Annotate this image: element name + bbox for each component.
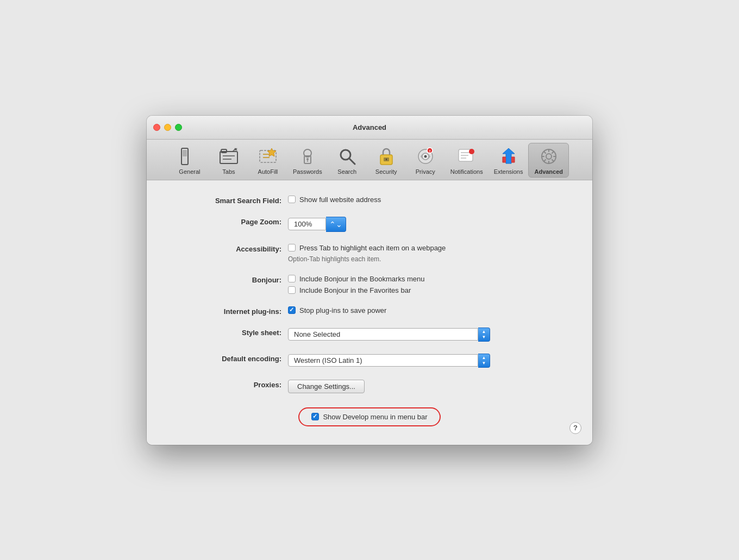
smart-search-row: Smart Search Field: Show full website ad… (179, 196, 560, 205)
internet-plugins-checkbox-row: Stop plug-ins to save power (288, 306, 386, 314)
svg-point-32 (546, 154, 552, 159)
smart-search-checkbox-label: Show full website address (299, 196, 381, 204)
extensions-icon (498, 146, 519, 167)
style-sheet-stepper[interactable]: ▲ ▼ (478, 328, 490, 342)
tab-autofill[interactable]: AutoFill (248, 143, 287, 177)
default-encoding-stepper[interactable]: ▲ ▼ (478, 354, 490, 368)
tab-security-label: Security (375, 168, 397, 175)
accessibility-control: Press Tab to highlight each item on a we… (288, 244, 446, 263)
svg-point-30 (469, 149, 474, 154)
accessibility-checkbox[interactable] (288, 244, 296, 251)
help-button[interactable]: ? (569, 422, 581, 434)
style-sheet-select[interactable]: None Selected (288, 328, 478, 341)
svg-line-39 (552, 152, 554, 153)
svg-text:!: ! (429, 149, 430, 154)
tabs-icon (218, 146, 240, 167)
security-icon (375, 146, 397, 167)
general-icon (179, 146, 201, 167)
tab-notifications[interactable]: Notifications (445, 143, 489, 177)
internet-plugins-checkbox-label: Stop plug-ins to save power (299, 306, 386, 314)
tab-general-label: General (179, 168, 200, 175)
settings-content: Smart Search Field: Show full website ad… (147, 180, 592, 445)
develop-menu-label: Show Develop menu in menu bar (323, 413, 427, 421)
tab-advanced-label: Advanced (534, 168, 563, 175)
default-encoding-row: Default encoding: Western (ISO Latin 1) … (179, 354, 560, 368)
accessibility-sub-text: Option-Tab highlights each item. (288, 255, 446, 263)
passwords-icon (297, 146, 318, 167)
smart-search-control: Show full website address (288, 196, 381, 204)
tab-extensions-label: Extensions (494, 168, 523, 175)
smart-search-checkbox[interactable] (288, 196, 296, 203)
tab-notifications-label: Notifications (450, 168, 483, 175)
content-area: Smart Search Field: Show full website ad… (147, 180, 592, 445)
traffic-lights (153, 124, 182, 131)
accessibility-checkbox-label: Press Tab to highlight each item on a we… (299, 244, 446, 252)
page-zoom-label: Page Zoom: (179, 217, 288, 226)
bonjour-checkbox-row-2: Include Bonjour in the Favorites bar (288, 286, 425, 294)
page-zoom-stepper[interactable]: ⌃⌄ (326, 217, 346, 232)
autofill-icon (257, 146, 279, 167)
tab-extensions[interactable]: Extensions (489, 143, 529, 177)
page-zoom-select[interactable]: 50% 75% 100% 125% 150% (288, 218, 326, 230)
tab-tabs-label: Tabs (222, 168, 235, 175)
close-button[interactable] (153, 124, 160, 131)
style-sheet-select-wrapper: None Selected ▲ ▼ (288, 328, 490, 342)
tab-passwords-label: Passwords (293, 168, 322, 175)
svg-rect-2 (220, 152, 237, 163)
tab-search[interactable]: Search (328, 143, 367, 177)
accessibility-row: Accessibility: Press Tab to highlight ea… (179, 244, 560, 263)
style-sheet-control: None Selected ▲ ▼ (288, 328, 490, 342)
notifications-icon (456, 146, 478, 167)
preferences-window: Advanced General (147, 116, 592, 445)
svg-line-37 (544, 152, 546, 153)
bonjour-row: Bonjour: Include Bonjour in the Bookmark… (179, 275, 560, 294)
toolbar: General Tabs (147, 140, 592, 180)
default-encoding-label: Default encoding: (179, 354, 288, 363)
bonjour-bookmarks-checkbox[interactable] (288, 275, 296, 282)
bonjour-favorites-label: Include Bonjour in the Favorites bar (299, 286, 411, 294)
tab-privacy-label: Privacy (416, 168, 435, 175)
window-title: Advanced (353, 123, 386, 131)
default-encoding-control: Western (ISO Latin 1) ▲ ▼ (288, 354, 490, 368)
advanced-icon (538, 146, 560, 167)
tab-search-label: Search (337, 168, 356, 175)
proxies-row: Proxies: Change Settings... (179, 380, 560, 393)
page-zoom-control: 50% 75% 100% 125% 150% ⌃⌄ (288, 217, 346, 232)
develop-menu-checkbox[interactable] (311, 413, 319, 420)
search-icon (336, 146, 358, 167)
maximize-button[interactable] (175, 124, 182, 131)
page-zoom-select-wrapper: 50% 75% 100% 125% 150% ⌃⌄ (288, 217, 346, 232)
minimize-button[interactable] (164, 124, 171, 131)
svg-point-23 (424, 155, 427, 158)
tab-privacy[interactable]: ! Privacy (406, 143, 445, 177)
svg-rect-1 (183, 150, 187, 156)
change-settings-button[interactable]: Change Settings... (288, 380, 365, 393)
svg-line-38 (552, 160, 554, 161)
tab-security[interactable]: Security (367, 143, 406, 177)
internet-plugins-row: Internet plug-ins: Stop plug-ins to save… (179, 306, 560, 316)
tab-general[interactable]: General (170, 143, 209, 177)
bonjour-favorites-checkbox[interactable] (288, 286, 296, 294)
page-zoom-row: Page Zoom: 50% 75% 100% 125% 150% ⌃⌄ (179, 217, 560, 232)
accessibility-checkbox-row: Press Tab to highlight each item on a we… (288, 244, 446, 252)
bonjour-label: Bonjour: (179, 275, 288, 284)
svg-line-40 (544, 160, 546, 161)
tab-tabs[interactable]: Tabs (209, 143, 248, 177)
internet-plugins-control: Stop plug-ins to save power (288, 306, 386, 314)
tab-advanced[interactable]: Advanced (528, 143, 569, 178)
smart-search-checkbox-row: Show full website address (288, 196, 381, 204)
develop-menu-row: Show Develop menu in menu bar (179, 405, 560, 426)
style-sheet-row: Style sheet: None Selected ▲ ▼ (179, 328, 560, 342)
default-encoding-select[interactable]: Western (ISO Latin 1) (288, 354, 478, 367)
bonjour-checkbox-row-1: Include Bonjour in the Bookmarks menu (288, 275, 425, 283)
proxies-label: Proxies: (179, 380, 288, 389)
privacy-icon: ! (415, 146, 436, 167)
internet-plugins-label: Internet plug-ins: (179, 306, 288, 316)
bonjour-control: Include Bonjour in the Bookmarks menu In… (288, 275, 425, 294)
develop-menu-container: Show Develop menu in menu bar (298, 407, 440, 426)
tab-passwords[interactable]: Passwords (287, 143, 328, 177)
smart-search-label: Smart Search Field: (179, 196, 288, 205)
tab-autofill-label: AutoFill (258, 168, 278, 175)
titlebar: Advanced (147, 116, 592, 140)
internet-plugins-checkbox[interactable] (288, 306, 296, 314)
